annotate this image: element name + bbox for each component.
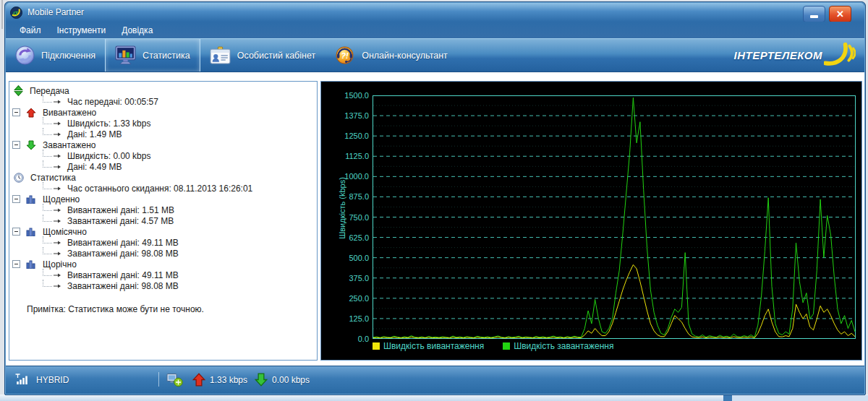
tree-connector xyxy=(43,236,52,243)
close-button[interactable]: ✕ xyxy=(829,6,851,22)
y-tick-label: 1000.0 xyxy=(323,172,369,181)
tree-leaf-row[interactable]: Завантажені дані: 4.57 MB xyxy=(9,215,317,226)
y-tick-label: 250.0 xyxy=(323,294,369,303)
statistics-button[interactable]: Статистика xyxy=(105,39,200,72)
svg-text:?!: ?! xyxy=(341,51,349,60)
tree-group-row[interactable]: Передача xyxy=(9,85,317,96)
background-window-edge xyxy=(1,0,3,29)
leaf-arrow-icon xyxy=(54,240,61,246)
tree-item-label: Швидкість: 1.33 kbps xyxy=(66,118,150,129)
bars-icon xyxy=(26,227,36,236)
y-tick-label: 750.0 xyxy=(323,213,369,222)
collapse-expander-icon[interactable] xyxy=(12,108,20,116)
menu-tools[interactable]: Інструменти xyxy=(49,23,114,38)
brand-swoosh-icon xyxy=(824,42,856,69)
menu-help[interactable]: Довідка xyxy=(114,23,161,38)
id-card-icon xyxy=(210,46,231,64)
chart-legend: Швидкість вивантаження Швидкість заванта… xyxy=(373,341,613,351)
tree-leaf-row[interactable]: Час передачі: 00:05:57 xyxy=(9,96,317,107)
tree-connector xyxy=(43,247,52,254)
tree-item-label: Передача xyxy=(28,86,69,96)
series-upload xyxy=(373,264,855,337)
statistics-label: Статистика xyxy=(142,51,190,61)
leaf-arrow-icon xyxy=(54,283,61,289)
tree-group-row[interactable]: Завантажено xyxy=(9,139,317,150)
tree-leaf-row[interactable]: Вивантажені дані: 49.11 MB xyxy=(9,270,317,280)
network-connection-icon xyxy=(166,373,184,390)
brand-logo-text: ІНТЕРТЕЛЕКОМ xyxy=(734,49,822,61)
statistics-tree-panel: ПередачаЧас передачі: 00:05:57Вивантажен… xyxy=(9,81,318,361)
tree-group-row[interactable]: Щомісячно xyxy=(9,226,317,237)
download-speed-value: 0.00 kbps xyxy=(272,375,310,385)
tree-group-row[interactable]: Статистика xyxy=(9,172,317,183)
y-tick-label: 1250.0 xyxy=(323,131,369,140)
leaf-arrow-icon xyxy=(54,272,61,278)
tree-group-row[interactable]: Щорічно xyxy=(9,259,317,270)
tree-connector xyxy=(43,117,52,124)
online-consultant-icon: ?! xyxy=(334,45,355,66)
bars-icon xyxy=(26,259,36,269)
tree-item-label: Час останнього скидання: 08.11.2013 16:2… xyxy=(66,184,252,194)
download-swatch-icon xyxy=(503,342,510,350)
app-window: iT Mobile Partner ✕ Файл Інструменти Дов… xyxy=(4,1,866,395)
leaf-arrow-icon xyxy=(54,207,61,213)
download-arrow-icon xyxy=(255,373,268,389)
leaf-arrow-icon xyxy=(54,121,61,126)
tree-item-label: Дані: 1.49 MB xyxy=(66,129,122,139)
tree-leaf-row[interactable]: Вивантажені дані: 1.51 MB xyxy=(9,204,317,215)
tree-item-label: Щорічно xyxy=(41,259,77,270)
content-area: ПередачаЧас передачі: 00:05:57Вивантажен… xyxy=(6,72,864,366)
collapse-expander-icon[interactable] xyxy=(12,141,20,149)
leaf-arrow-icon xyxy=(54,218,61,224)
personal-cabinet-button[interactable]: Особистий кабінет xyxy=(200,39,325,72)
collapse-expander-icon[interactable] xyxy=(12,260,20,268)
tree-connector xyxy=(43,204,52,211)
y-tick-label: 1375.0 xyxy=(323,111,369,120)
transfer-icon xyxy=(14,85,23,96)
window-title: Mobile Partner xyxy=(27,7,84,17)
tree-leaf-row[interactable]: Дані: 1.49 MB xyxy=(9,129,317,139)
background-strip-right xyxy=(732,395,868,401)
tree-item-label: Час передачі: 00:05:57 xyxy=(66,97,158,107)
speed-chart-panel: Швидкість (kbps) 0.0125.0250.0375.0500.0… xyxy=(320,81,862,361)
collapse-expander-icon[interactable] xyxy=(12,195,20,203)
tree-leaf-row[interactable]: Швидкість: 1.33 kbps xyxy=(9,118,317,129)
leaf-arrow-icon xyxy=(54,131,61,137)
title-bar[interactable]: iT Mobile Partner ✕ xyxy=(6,3,864,22)
tree-connector xyxy=(43,280,52,287)
connection-label: Підключення xyxy=(41,51,95,61)
tree-connector xyxy=(43,215,52,222)
tree-leaf-row[interactable]: Вивантажені дані: 49.11 MB xyxy=(9,237,317,248)
network-mode-label: HYBRID xyxy=(36,375,69,385)
tree-item-label: Вивантажено xyxy=(41,108,96,118)
tree-leaf-row[interactable]: Швидкість: 0.00 kbps xyxy=(9,150,317,161)
tree-item-label: Швидкість: 0.00 kbps xyxy=(66,151,150,161)
tree-item-label: Щомісячно xyxy=(41,227,87,237)
tree-item-label: Дані: 4.49 MB xyxy=(66,162,122,172)
close-icon: ✕ xyxy=(836,9,844,20)
tree-group-row[interactable]: Вивантажено xyxy=(9,107,317,118)
tree-leaf-row[interactable]: Завантажені дані: 98.08 MB xyxy=(9,248,317,259)
tree-item-label: Вивантажені дані: 49.11 MB xyxy=(66,270,179,280)
menu-bar: Файл Інструменти Довідка xyxy=(6,22,864,38)
y-tick-label: 1125.0 xyxy=(323,152,369,160)
y-tick-label: 0.0 xyxy=(323,335,369,343)
tree-item-label: Статистика xyxy=(29,173,76,183)
series-download xyxy=(373,98,855,337)
minimize-button[interactable] xyxy=(803,6,825,22)
tree-leaf-row[interactable]: Час останнього скидання: 08.11.2013 16:2… xyxy=(9,183,317,194)
legend-upload: Швидкість вивантаження xyxy=(373,341,484,351)
legend-download: Швидкість завантаження xyxy=(503,341,613,351)
clock-icon xyxy=(14,173,24,183)
y-tick-label: 375.0 xyxy=(323,274,369,283)
tree-leaf-row[interactable]: Завантажені дані: 98.08 MB xyxy=(9,280,317,291)
connection-button[interactable]: Підключення xyxy=(6,39,105,72)
online-consultant-button[interactable]: ?! Онлайн-консультант xyxy=(325,39,457,72)
tree-group-row[interactable]: Щоденно xyxy=(9,194,317,204)
collapse-expander-icon[interactable] xyxy=(12,228,20,236)
tree-connector xyxy=(43,128,52,135)
upload-speed-value: 1.33 kbps xyxy=(210,375,247,385)
y-tick-label: 125.0 xyxy=(323,314,369,323)
menu-file[interactable]: Файл xyxy=(12,23,49,38)
tree-leaf-row[interactable]: Дані: 4.49 MB xyxy=(9,161,317,172)
